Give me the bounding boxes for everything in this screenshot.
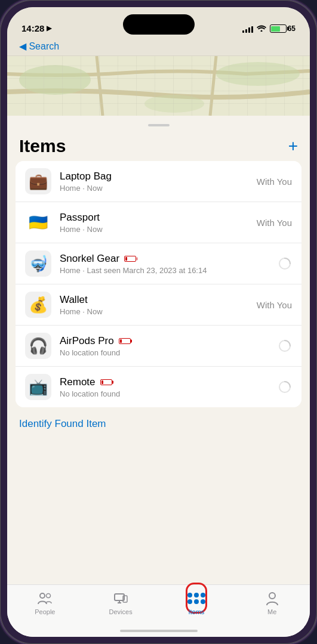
passport-subtitle: Home · Now [60,225,257,234]
snorkel-gear-info: Snorkel Gear Home · Last seen March 23, … [60,253,278,275]
list-item-snorkel-gear[interactable]: 🤿 Snorkel Gear Home · Last seen March 23… [16,243,301,284]
list-item-airpods-pro[interactable]: 🎧 AirPods Pro No location found [16,326,301,367]
signal-bar-3 [248,27,250,33]
bottom-sheet: Items + 💼 Laptop Bag Home [7,129,310,637]
remote-subtitle: No location found [60,389,278,398]
me-tab-label: Me [267,608,276,615]
wallet-subtitle: Home · Now [60,307,257,316]
map-area [7,56,310,116]
airpods-name: AirPods Pro [60,335,278,347]
svg-point-13 [269,593,275,599]
phone-screen: 14:28 ▶ [7,7,310,637]
tab-me[interactable]: Me [234,590,310,615]
signal-bars [242,24,253,33]
dynamic-island [123,14,195,35]
list-item-wallet[interactable]: 💰 Wallet Home · Now With You [16,284,301,326]
sheet-title: Items [19,136,66,156]
airpods-battery-icon [119,338,131,344]
items-tab-label: Items [188,608,204,615]
signal-bar-1 [242,30,244,33]
dot-6 [201,599,205,604]
dot-5 [194,599,199,604]
home-indicator [120,630,198,632]
wifi-icon [257,24,266,33]
svg-point-5 [144,95,204,113]
sheet-header: Items + [7,129,310,161]
sheet-handle [148,124,170,126]
items-tab-icon [188,590,205,606]
remote-battery-icon [100,379,112,385]
laptop-bag-status: With You [257,177,292,187]
phone-frame: 14:28 ▶ [0,0,317,644]
search-back-area: ◀ Search [7,38,310,56]
people-tab-icon [36,590,53,606]
svg-point-9 [40,593,45,598]
laptop-bag-icon: 💼 [25,168,51,194]
items-list: 💼 Laptop Bag Home · Now With You [16,161,301,407]
battery-icon [270,24,287,33]
dot-2 [194,593,199,597]
me-tab-icon [264,590,281,606]
svg-rect-0 [7,56,310,116]
remote-info: Remote No location found [60,376,278,398]
remote-spinner [278,380,292,394]
dot-4 [187,599,192,604]
people-tab-label: People [35,608,55,615]
battery-percentage: 65 [288,24,296,33]
dot-1 [187,593,192,597]
battery-fill [271,26,280,32]
airpods-spinner [278,339,292,353]
screen-content: 14:28 ▶ [7,7,310,637]
tab-items[interactable]: Items [159,590,235,615]
items-dots-grid [187,593,205,604]
wallet-info: Wallet Home · Now [60,294,257,316]
laptop-bag-name: Laptop Bag [60,171,257,182]
svg-point-3 [19,65,91,95]
airpods-icon: 🎧 [25,333,51,359]
airpods-info: AirPods Pro No location found [60,335,278,357]
signal-bar-4 [251,26,253,33]
passport-icon: 🇺🇦 [25,209,51,236]
devices-tab-label: Devices [109,608,133,615]
identify-found-item-link[interactable]: Identify Found Item [7,407,310,441]
snorkel-gear-icon: 🤿 [25,250,51,277]
add-item-button[interactable]: + [288,138,298,154]
svg-point-4 [216,62,300,86]
svg-line-2 [210,56,216,116]
tab-people[interactable]: People [7,590,83,615]
passport-info: Passport Home · Now [60,212,257,234]
wallet-status: With You [257,300,292,310]
remote-name: Remote [60,376,278,388]
status-bar-right: 65 [242,24,296,33]
battery-container: 65 [270,24,296,33]
remote-icon: 📺 [25,374,51,400]
airpods-subtitle: No location found [60,348,278,357]
wallet-icon: 💰 [25,292,51,318]
search-back-label[interactable]: ◀ Search [19,41,59,51]
snorkel-battery-icon [124,256,136,262]
map-svg [7,56,310,116]
svg-point-10 [47,594,51,598]
signal-bar-2 [245,29,247,33]
list-item-laptop-bag[interactable]: 💼 Laptop Bag Home · Now With You [16,161,301,202]
tab-bar: People Devices [7,584,310,637]
passport-status: With You [257,218,292,228]
snorkel-gear-name: Snorkel Gear [60,253,278,265]
snorkel-spinner [278,256,292,271]
laptop-bag-subtitle: Home · Now [60,184,257,193]
devices-tab-icon [112,590,129,606]
status-bar-left: 14:28 ▶ [21,23,51,33]
sheet-handle-container [7,116,310,129]
list-item-remote[interactable]: 📺 Remote No location found [16,367,301,407]
snorkel-gear-subtitle: Home · Last seen March 23, 2023 at 16:14 [60,266,278,275]
wallet-name: Wallet [60,294,257,306]
time-display: 14:28 [21,23,44,33]
tab-devices[interactable]: Devices [83,590,159,615]
location-arrow: ▶ [47,24,51,32]
passport-name: Passport [60,212,257,224]
svg-line-1 [97,56,103,116]
list-item-passport[interactable]: 🇺🇦 Passport Home · Now With You [16,202,301,243]
dot-3 [201,593,205,597]
laptop-bag-info: Laptop Bag Home · Now [60,171,257,193]
